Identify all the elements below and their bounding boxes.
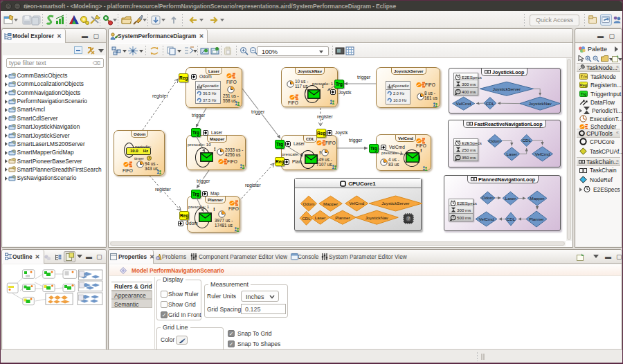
svg-text:VelCmd: VelCmd bbox=[535, 152, 550, 156]
svg-text:Mapper: Mapper bbox=[323, 201, 338, 206]
svg-text:Reg: Reg bbox=[580, 83, 587, 87]
svg-text:Laser: Laser bbox=[505, 196, 516, 201]
svg-text:Laser: Laser bbox=[315, 215, 325, 220]
svg-text:Odom: Odom bbox=[303, 201, 314, 206]
svg-text:?: ? bbox=[407, 216, 410, 221]
svg-text:Odom: Odom bbox=[482, 195, 494, 200]
svg-text:Planner: Planner bbox=[335, 215, 350, 220]
svg-text:VelCmd: VelCmd bbox=[479, 217, 494, 221]
svg-text:JoystickNav: JoystickNav bbox=[529, 101, 552, 106]
svg-text:VelCmd: VelCmd bbox=[349, 201, 364, 206]
svg-text:JoystickServer: JoystickServer bbox=[381, 201, 409, 206]
svg-text:Laser: Laser bbox=[507, 152, 517, 156]
svg-text:Odom: Odom bbox=[489, 138, 500, 143]
svg-text:Trg: Trg bbox=[581, 91, 587, 95]
svg-text:JoystickNav: JoystickNav bbox=[365, 215, 389, 220]
svg-text:CDL: CDL bbox=[486, 101, 495, 106]
svg-text:JoystickServer: JoystickServer bbox=[493, 87, 521, 91]
svg-text:Mapper: Mapper bbox=[530, 196, 545, 201]
svg-text:CDL: CDL bbox=[523, 138, 532, 143]
svg-text:VelCmd: VelCmd bbox=[456, 101, 471, 106]
svg-text:Planner: Planner bbox=[529, 217, 543, 221]
svg-text:CDL: CDL bbox=[302, 216, 311, 221]
svg-text:CDL: CDL bbox=[507, 217, 516, 221]
